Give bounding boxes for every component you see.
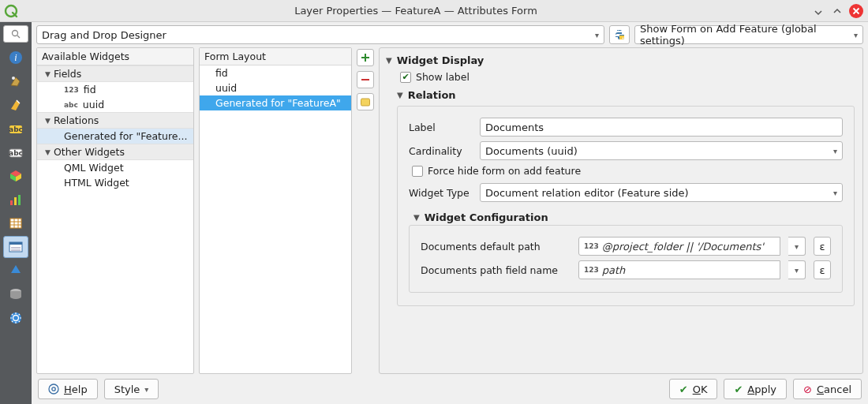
relation-label-input[interactable]: Documents bbox=[480, 118, 843, 137]
svg-rect-11 bbox=[14, 197, 17, 205]
form-layout-tree[interactable]: fid uuid Generated for "FeatureA" bbox=[200, 65, 351, 373]
cardinality-select[interactable]: Documents (uuid) ▾ bbox=[480, 141, 843, 160]
default-path-input[interactable]: 123 @project_folder || '/Documents' bbox=[578, 237, 780, 256]
default-path-lbl: Documents default path bbox=[421, 241, 571, 252]
cancel-icon: ⊘ bbox=[803, 383, 812, 395]
svg-rect-13 bbox=[10, 219, 21, 228]
sidebar-tab-storage[interactable] bbox=[3, 283, 28, 305]
svg-point-20 bbox=[623, 38, 624, 39]
widget-display-header[interactable]: ▼ Widget Display bbox=[386, 54, 855, 66]
chevron-down-icon: ▾ bbox=[795, 242, 799, 251]
properties-sidebar: i abc abc bbox=[0, 22, 32, 404]
svg-rect-12 bbox=[18, 195, 21, 205]
default-path-expression-button[interactable]: ε bbox=[814, 237, 831, 256]
sidebar-tab-diagrams[interactable] bbox=[3, 189, 28, 211]
sidebar-tab-masks[interactable]: abc bbox=[3, 141, 28, 163]
ok-button[interactable]: ✔ OK bbox=[669, 379, 718, 399]
svg-text:i: i bbox=[14, 52, 17, 63]
sidebar-tab-information[interactable]: i bbox=[3, 47, 28, 69]
maximize-button[interactable] bbox=[829, 2, 846, 20]
chevron-down-icon: ▾ bbox=[795, 266, 799, 275]
available-widgets-panel: Available Widgets ▼ Fields 123 fid abc u… bbox=[36, 47, 194, 374]
help-button[interactable]: Help bbox=[38, 379, 98, 399]
sidebar-tab-more[interactable] bbox=[3, 331, 28, 340]
widget-properties-panel: ▼ Widget Display ✔ Show label ▼ Relation… bbox=[379, 47, 863, 374]
relation-header[interactable]: ▼ Relation bbox=[397, 89, 855, 101]
sidebar-tab-attributes-form[interactable] bbox=[3, 236, 28, 258]
minus-icon bbox=[360, 74, 371, 85]
plus-icon bbox=[360, 52, 371, 63]
collapse-icon: ▼ bbox=[386, 56, 392, 65]
main-pane: Drag and Drop Designer ▾ Show Form on Ad… bbox=[32, 22, 868, 404]
tree-group-relations[interactable]: ▼ Relations bbox=[37, 112, 193, 129]
layout-item-uuid[interactable]: uuid bbox=[200, 80, 351, 95]
close-button[interactable] bbox=[847, 2, 865, 20]
widget-config-header[interactable]: ▼ Widget Configuration bbox=[409, 207, 843, 223]
sidebar-tab-actions[interactable] bbox=[3, 307, 28, 329]
layout-button-column bbox=[357, 47, 374, 374]
label-lbl: Label bbox=[409, 122, 472, 133]
chevron-down-icon: ▾ bbox=[833, 147, 837, 155]
style-button[interactable]: Style ▾ bbox=[104, 379, 159, 399]
svg-rect-21 bbox=[361, 99, 370, 106]
default-path-dropdown[interactable]: ▾ bbox=[788, 237, 806, 256]
layout-item-relation[interactable]: Generated for "FeatureA" bbox=[200, 95, 351, 110]
collapse-icon: ▼ bbox=[397, 91, 403, 99]
sidebar-tab-3d[interactable] bbox=[3, 165, 28, 187]
show-label-checkbox[interactable]: ✔ Show label bbox=[400, 71, 855, 83]
editor-mode-select[interactable]: Drag and Drop Designer ▾ bbox=[36, 25, 604, 44]
tree-item-fid[interactable]: 123 fid bbox=[37, 82, 193, 97]
svg-point-22 bbox=[49, 384, 58, 394]
help-icon bbox=[48, 383, 59, 395]
path-field-lbl: Documents path field name bbox=[421, 264, 571, 276]
chevron-down-icon: ▾ bbox=[144, 385, 148, 394]
svg-point-23 bbox=[52, 387, 55, 391]
checkbox-checked-icon: ✔ bbox=[400, 72, 411, 83]
add-to-layout-button[interactable] bbox=[357, 49, 374, 66]
path-field-dropdown[interactable]: ▾ bbox=[788, 260, 806, 279]
chevron-down-icon: ▾ bbox=[854, 31, 858, 39]
form-on-add-select[interactable]: Show Form on Add Feature (global setting… bbox=[634, 25, 863, 44]
tree-group-fields[interactable]: ▼ Fields bbox=[37, 65, 193, 82]
text-field-icon: abc bbox=[64, 101, 78, 109]
tree-item-uuid[interactable]: abc uuid bbox=[37, 97, 193, 112]
widget-type-lbl: Widget Type bbox=[409, 187, 472, 199]
tree-item-html[interactable]: HTML Widget bbox=[37, 175, 193, 190]
dialog-button-bar: Help Style ▾ ✔ OK ✔ Apply ⊘ Cancel bbox=[36, 374, 863, 401]
add-tab-button[interactable] bbox=[357, 93, 374, 110]
minimize-button[interactable] bbox=[810, 2, 827, 20]
chevron-down-icon: ▾ bbox=[833, 189, 837, 197]
check-icon: ✔ bbox=[734, 383, 743, 395]
form-layout-panel: Form Layout fid uuid Generated for "Feat… bbox=[199, 47, 352, 374]
path-field-input[interactable]: 123 path bbox=[578, 260, 780, 279]
content-area: i abc abc bbox=[0, 22, 868, 404]
relation-group: Label Documents Cardinality Documents (u… bbox=[397, 106, 855, 306]
sidebar-search[interactable] bbox=[3, 25, 28, 43]
sidebar-tab-joins[interactable] bbox=[3, 260, 28, 282]
apply-button[interactable]: ✔ Apply bbox=[724, 379, 787, 399]
titlebar: Layer Properties — FeatureA — Attributes… bbox=[0, 0, 868, 22]
widget-type-select[interactable]: Document relation editor (Feature side) … bbox=[480, 183, 843, 202]
collapse-icon: ▼ bbox=[45, 117, 51, 125]
epsilon-icon: ε bbox=[819, 264, 825, 276]
sidebar-tab-source[interactable] bbox=[3, 70, 28, 92]
force-hide-checkbox[interactable]: Force hide form on add feature bbox=[412, 165, 843, 177]
tree-item-qml[interactable]: QML Widget bbox=[37, 160, 193, 175]
tree-item-relation-generated[interactable]: Generated for "Feature... bbox=[37, 129, 193, 144]
remove-from-layout-button[interactable] bbox=[357, 71, 374, 88]
cancel-button[interactable]: ⊘ Cancel bbox=[793, 379, 862, 399]
sidebar-tab-fields[interactable] bbox=[3, 212, 28, 234]
sidebar-tab-symbology[interactable] bbox=[3, 94, 28, 116]
form-on-add-value: Show Form on Add Feature (global setting… bbox=[640, 23, 854, 47]
designer-columns: Available Widgets ▼ Fields 123 fid abc u… bbox=[36, 47, 863, 374]
sidebar-tab-labels[interactable]: abc bbox=[3, 118, 28, 140]
path-field-expression-button[interactable]: ε bbox=[814, 260, 831, 279]
layout-item-fid[interactable]: fid bbox=[200, 65, 351, 80]
form-layout-header: Form Layout bbox=[200, 48, 351, 65]
python-init-button[interactable] bbox=[609, 25, 630, 44]
svg-text:abc: abc bbox=[9, 149, 23, 157]
available-widgets-tree[interactable]: ▼ Fields 123 fid abc uuid ▼ Relations bbox=[37, 65, 193, 373]
tree-group-other[interactable]: ▼ Other Widgets bbox=[37, 144, 193, 160]
python-icon bbox=[613, 28, 626, 41]
svg-point-2 bbox=[13, 31, 18, 36]
